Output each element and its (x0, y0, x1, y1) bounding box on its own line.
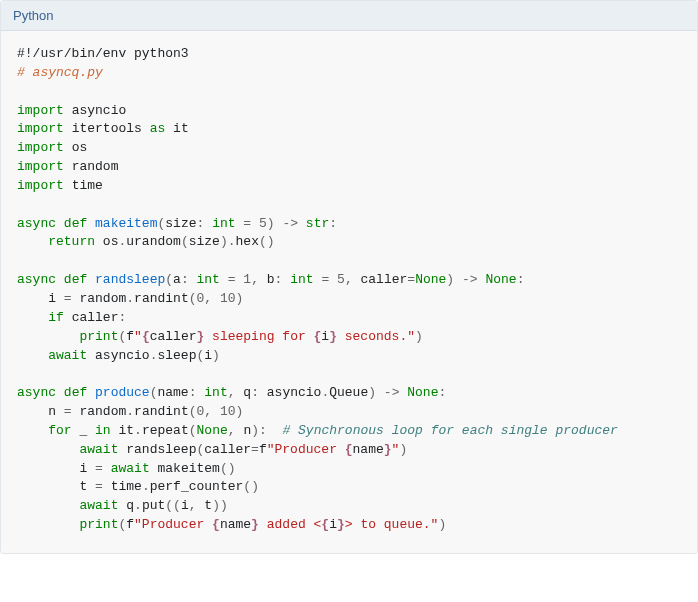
kw-import: import (17, 121, 64, 136)
arg-size: size (165, 216, 196, 231)
fstr-prefix: f (126, 329, 134, 344)
op-comma: , (189, 498, 197, 513)
fstr-prefix: f (259, 442, 267, 457)
op-rpar: ) (220, 234, 228, 249)
op-rpar: ) (415, 329, 423, 344)
si-caller: caller (150, 329, 197, 344)
kw-async: async (17, 216, 56, 231)
op-arrow: -> (384, 385, 400, 400)
num-10: 10 (220, 404, 236, 419)
si-lb: { (212, 517, 220, 532)
id-randint: randint (134, 404, 189, 419)
id-random: random (79, 291, 126, 306)
si-i: i (329, 517, 337, 532)
si-name: name (220, 517, 251, 532)
op-lpar: ( (189, 291, 197, 306)
si-rb: } (329, 329, 337, 344)
fn-print: print (79, 329, 118, 344)
kwarg-caller: caller (204, 442, 251, 457)
call-makeitem: makeitem (158, 461, 220, 476)
op-colon: : (118, 310, 126, 325)
str-q: " (134, 329, 142, 344)
op-rpar: ) (212, 348, 220, 363)
op-colon: : (275, 272, 283, 287)
id-underscore: _ (79, 423, 87, 438)
num-1: 1 (243, 272, 251, 287)
si-i: i (321, 329, 329, 344)
code-area: #!/usr/bin/env python3 # asyncq.py impor… (1, 31, 697, 553)
op-dot: . (228, 234, 236, 249)
type-int: int (197, 272, 220, 287)
op-lpar: ( (165, 272, 173, 287)
si-lb: { (345, 442, 353, 457)
arg-q: q (243, 385, 251, 400)
str-end: seconds." (337, 329, 415, 344)
id-t: t (79, 479, 87, 494)
op-colon: : (259, 423, 267, 438)
id-repeat: repeat (142, 423, 189, 438)
str3b: added < (259, 517, 321, 532)
si-rb: } (384, 442, 392, 457)
kw-async: async (17, 272, 56, 287)
op-colon: : (197, 216, 205, 231)
op-colon: : (181, 272, 189, 287)
mod-os: os (72, 140, 88, 155)
fstr-prefix: f (126, 517, 134, 532)
id-asyncio: asyncio (95, 348, 150, 363)
none: None (485, 272, 516, 287)
arg-name: name (157, 385, 188, 400)
kw-import: import (17, 159, 64, 174)
op-comma: , (204, 291, 212, 306)
arg-caller: caller (361, 272, 408, 287)
op-eq: = (64, 291, 72, 306)
op-arrow: -> (282, 216, 298, 231)
op-rpar: ) (236, 404, 244, 419)
id-i: i (204, 348, 212, 363)
kw-import: import (17, 103, 64, 118)
arg-b: b (267, 272, 275, 287)
mod-asyncio: asyncio (72, 103, 127, 118)
op-lpar: ( (165, 498, 173, 513)
op-dot: . (126, 291, 134, 306)
kw-def: def (64, 272, 87, 287)
kw-def: def (64, 385, 87, 400)
op-rpar: ) (236, 291, 244, 306)
kw-await: await (111, 461, 150, 476)
op-comma: , (251, 272, 259, 287)
op-eq: = (228, 272, 236, 287)
si-lb: { (142, 329, 150, 344)
op-lpar: ( (189, 404, 197, 419)
num-10: 10 (220, 291, 236, 306)
op-eq: = (243, 216, 251, 231)
call-randsleep: randsleep (126, 442, 196, 457)
shebang: #!/usr/bin/env python3 (17, 46, 189, 61)
op-rpar: ) (438, 517, 446, 532)
op-rpar: ) (251, 479, 259, 494)
id-t: t (204, 498, 212, 513)
kw-await: await (79, 498, 118, 513)
op-rpar: ) (251, 423, 259, 438)
alias-it: it (173, 121, 189, 136)
kw-for: for (48, 423, 71, 438)
kw-async: async (17, 385, 56, 400)
op-colon: : (329, 216, 337, 231)
fn-makeitem: makeitem (95, 216, 157, 231)
id-randint: randint (134, 291, 189, 306)
id-q: q (126, 498, 134, 513)
type-int: int (204, 385, 227, 400)
op-rpar: ) (220, 498, 228, 513)
type-int: int (212, 216, 235, 231)
fn-randsleep: randsleep (95, 272, 165, 287)
op-lpar: ( (259, 234, 267, 249)
none: None (407, 385, 438, 400)
op-lpar: ( (220, 461, 228, 476)
op-eq: = (95, 479, 103, 494)
id-caller: caller (72, 310, 119, 325)
id-i: i (48, 291, 56, 306)
op-eq: = (95, 461, 103, 476)
id-i: i (79, 461, 87, 476)
op-dot: . (126, 404, 134, 419)
si-rb: } (251, 517, 259, 532)
mod-random: random (72, 159, 119, 174)
id-size: size (189, 234, 220, 249)
